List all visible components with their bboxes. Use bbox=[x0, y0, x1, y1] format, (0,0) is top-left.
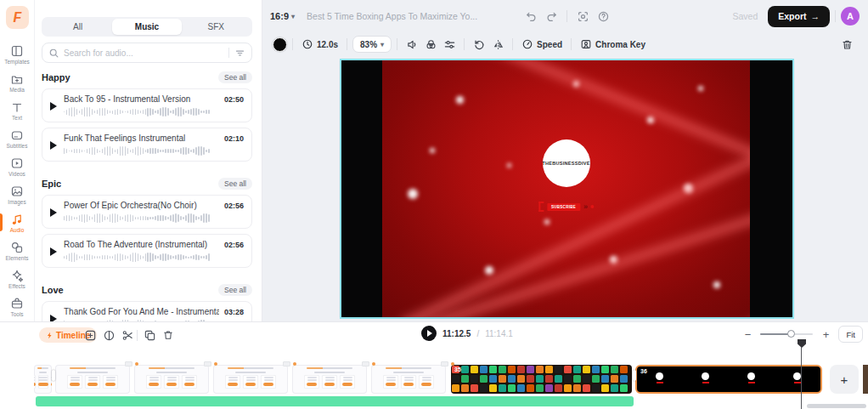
export-button[interactable]: Export → bbox=[768, 6, 830, 27]
volume-icon[interactable] bbox=[403, 35, 421, 54]
zoom-slider[interactable] bbox=[760, 333, 813, 335]
timeline-clip-slide[interactable] bbox=[34, 365, 52, 394]
sidebar-item-audio[interactable]: Audio bbox=[0, 208, 34, 236]
project-topbar: 16:9 ▾ Best 5 Time Boxing Apps To Maximi… bbox=[262, 0, 868, 32]
help-icon[interactable] bbox=[593, 6, 613, 26]
tab-sfx[interactable]: SFX bbox=[182, 19, 251, 35]
audio-track-item[interactable]: Back To 95 - Instrumental Version02:50 bbox=[42, 88, 252, 122]
duplicate-button[interactable] bbox=[141, 327, 158, 344]
play-track-button[interactable] bbox=[50, 141, 57, 150]
horizontal-scrollbar[interactable] bbox=[807, 404, 866, 408]
glow-dot bbox=[698, 86, 703, 91]
color-filter-icon[interactable] bbox=[421, 35, 440, 54]
tab-all[interactable]: All bbox=[43, 19, 112, 35]
play-track-button[interactable] bbox=[50, 315, 57, 322]
total-time: 11:14.1 bbox=[485, 329, 513, 338]
sidebar-item-label: Effects bbox=[8, 283, 25, 289]
timeline-clip-selected[interactable]: 36 bbox=[635, 365, 822, 394]
redo-button[interactable] bbox=[541, 6, 561, 26]
delete-clip-icon[interactable] bbox=[837, 35, 856, 54]
rotate-icon[interactable] bbox=[470, 35, 488, 54]
preview-canvas[interactable]: THEBUSINESSDIVE SUBSCRIBE » bbox=[340, 59, 794, 319]
timeline-clip-slide[interactable] bbox=[292, 365, 367, 394]
transition-marker[interactable] bbox=[283, 361, 290, 366]
audio-sections: HappySee allBack To 95 - Instrumental Ve… bbox=[42, 68, 252, 321]
sidebar-item-label: Tools bbox=[10, 311, 23, 317]
adjust-icon[interactable] bbox=[440, 35, 459, 54]
media-icon bbox=[10, 72, 24, 86]
zoom-slider-handle[interactable] bbox=[787, 330, 795, 338]
timeline-clip-appgrid[interactable]: 35 bbox=[451, 365, 632, 394]
current-time: 11:12.5 bbox=[442, 329, 471, 338]
transition-marker[interactable] bbox=[441, 361, 448, 366]
sidebar-item-images[interactable]: Images bbox=[0, 180, 34, 208]
play-button[interactable] bbox=[421, 326, 437, 341]
sidebar-item-label: Media bbox=[9, 87, 25, 93]
canvas-zoom-dropdown[interactable]: 83% ▾ bbox=[352, 36, 392, 53]
clip-toolbar: 12.0s 83% ▾ bbox=[262, 32, 868, 56]
transition-marker[interactable] bbox=[362, 361, 369, 366]
background-color-swatch[interactable] bbox=[273, 37, 287, 52]
timeline-clip-slide[interactable] bbox=[371, 365, 446, 394]
sidebar-item-label: Images bbox=[8, 199, 25, 205]
zoom-out-button[interactable]: − bbox=[741, 328, 753, 341]
tools-icon bbox=[10, 297, 24, 310]
video-frame[interactable]: THEBUSINESSDIVE SUBSCRIBE » bbox=[382, 60, 750, 317]
scissors-icon[interactable] bbox=[119, 327, 136, 344]
screenshot-focus-icon[interactable] bbox=[572, 6, 593, 26]
filter-icon[interactable] bbox=[234, 48, 245, 59]
clip-trim-handle[interactable] bbox=[52, 370, 55, 381]
undo-button[interactable] bbox=[521, 6, 541, 26]
track-waveform bbox=[64, 213, 244, 224]
sidebar-item-tools[interactable]: Tools bbox=[0, 293, 34, 321]
sidebar-item-effects[interactable]: Effects bbox=[0, 264, 34, 293]
audio-track-item[interactable]: Power Of Epic Orchestra(No Choir)02:56 bbox=[42, 195, 252, 229]
subscribe-button: SUBSCRIBE bbox=[547, 203, 580, 211]
sidebar-item-videos[interactable]: Videos bbox=[0, 152, 34, 180]
see-all-button[interactable]: See all bbox=[218, 284, 252, 296]
audio-track-item[interactable]: Road To The Adventure (Instrumental)02:5… bbox=[42, 234, 252, 268]
add-clip-button[interactable]: + bbox=[830, 365, 859, 394]
search-input[interactable] bbox=[64, 48, 223, 58]
sidebar-item-templates[interactable]: Templates bbox=[0, 40, 34, 68]
timeline-tracks: + 3536 bbox=[0, 348, 868, 409]
time-separator: / bbox=[476, 329, 479, 338]
clip-trim-handle[interactable] bbox=[633, 370, 636, 381]
see-all-button[interactable]: See all bbox=[218, 71, 252, 83]
sidebar-item-text[interactable]: Text bbox=[0, 96, 34, 124]
add-media-button[interactable] bbox=[82, 327, 99, 344]
audio-track-bar[interactable] bbox=[36, 396, 634, 406]
audio-track-item[interactable]: Funk That Feelings Instrumental02:10 bbox=[42, 128, 252, 162]
zoom-in-button[interactable]: + bbox=[820, 328, 831, 341]
sidebar-item-subtitles[interactable]: Subtitles bbox=[0, 124, 34, 152]
glow-dot bbox=[507, 163, 511, 168]
project-title[interactable]: Best 5 Time Boxing Apps To Maximize Yo..… bbox=[307, 11, 521, 21]
chroma-key-button[interactable]: Chroma Key bbox=[577, 38, 649, 50]
speed-button[interactable]: Speed bbox=[518, 38, 566, 50]
avatar[interactable]: A bbox=[841, 7, 860, 26]
play-track-button[interactable] bbox=[50, 102, 57, 111]
timeline-clip-slide[interactable] bbox=[134, 365, 209, 394]
sidebar-item-media[interactable]: Media bbox=[0, 68, 34, 96]
transition-marker[interactable] bbox=[204, 361, 211, 366]
sidebar-item-elements[interactable]: Elements bbox=[0, 236, 34, 264]
aspect-ratio-dropdown[interactable]: 16:9 ▾ bbox=[270, 11, 295, 21]
see-all-button[interactable]: See all bbox=[218, 178, 252, 190]
app-logo[interactable]: F bbox=[6, 6, 29, 29]
split-button[interactable] bbox=[100, 327, 117, 344]
play-track-button[interactable] bbox=[50, 208, 57, 217]
timeline-clip-slide[interactable] bbox=[55, 365, 130, 394]
transition-dot bbox=[451, 362, 454, 366]
delete-button[interactable] bbox=[160, 327, 177, 344]
timeline-clip-slide[interactable] bbox=[213, 365, 288, 394]
transition-marker[interactable] bbox=[125, 361, 132, 366]
duration-control[interactable]: 12.0s bbox=[298, 38, 341, 50]
tab-music[interactable]: Music bbox=[112, 19, 181, 35]
fit-button[interactable]: Fit bbox=[838, 326, 863, 343]
play-track-button[interactable] bbox=[50, 247, 57, 256]
track-duration: 02:56 bbox=[224, 241, 244, 249]
track-waveform bbox=[64, 106, 244, 117]
clip-number: 36 bbox=[640, 368, 647, 374]
flip-horizontal-icon[interactable] bbox=[488, 35, 507, 54]
audio-track-item[interactable]: Thank God For You And Me - Instrumental … bbox=[42, 301, 252, 321]
